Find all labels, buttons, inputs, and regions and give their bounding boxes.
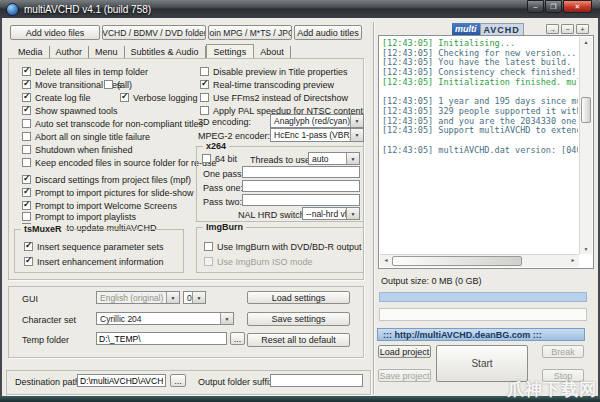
checkbox-box[interactable] [22,119,31,128]
add-video-files-button[interactable]: Add video files [10,25,100,40]
checkbox-box[interactable] [22,145,31,154]
log-small-button-1[interactable]: → [546,24,559,34]
checkbox-box[interactable] [120,93,129,102]
checkbox-create-log[interactable]: Create log file [22,92,91,103]
checkbox-label: Prompt to import pictures for slide-show [35,188,194,198]
checkbox-box[interactable] [22,132,31,141]
tab-menu[interactable]: Menu [89,46,125,58]
checkbox-box[interactable] [24,242,33,251]
title-bar[interactable]: multiAVCHD v4.1 (build 758) [0,0,600,18]
checkbox-box[interactable] [200,106,209,115]
destination-browse-button[interactable]: ... [170,374,186,387]
minimize-button[interactable]: – [527,0,544,13]
chevron-down-icon[interactable]: ▼ [350,115,363,127]
tab-subtitles-audio[interactable]: Subtitles & Audio [125,46,206,58]
checkbox-box[interactable] [22,106,31,115]
chevron-down-icon[interactable]: ▼ [192,292,205,303]
checkbox-show-spawned-tools[interactable]: Show spawned tools [22,105,118,116]
checkbox-box[interactable] [200,93,209,102]
checkbox-box[interactable] [204,242,213,251]
checkbox-keep-encoded-files[interactable]: Keep encoded files in source folder for … [22,157,217,168]
chevron-down-icon[interactable]: ▼ [346,153,359,164]
multiavchd-window: multiAVCHD v4.1 (build 758) – ❐ ✕ Add vi… [0,0,600,402]
nal-hrd-select[interactable]: --nal-hrd vbr▼ [302,207,360,220]
pass-one-input[interactable] [242,180,360,192]
start-button[interactable]: Start [436,345,528,382]
destination-path-input[interactable] [77,374,166,387]
scroll-up-icon[interactable]: ▲ [580,37,592,47]
character-set-label: Character set [22,315,76,325]
log-horizontal-scrollbar[interactable]: ◄ ► [380,254,579,267]
output-suffix-input[interactable] [270,374,363,387]
join-mpg-mts-jpg-button[interactable]: Join MPG / M*TS / JPG [208,25,292,40]
checkbox-auto-transcode[interactable]: Auto set transcode for non-compliant tit… [22,118,203,129]
scroll-left-icon[interactable]: ◄ [380,255,392,265]
pass-two-input[interactable] [242,194,360,206]
checkbox-box[interactable] [22,212,31,221]
checkbox-box[interactable] [22,188,31,197]
checkbox-use-ffms2[interactable]: Use FFms2 instead of Directshow [200,92,348,103]
chevron-down-icon[interactable]: ▼ [346,208,359,219]
checkbox-box[interactable] [200,67,209,76]
temp-folder-browse-button[interactable]: ... [230,332,245,345]
checkbox-box[interactable] [200,80,209,89]
tab-media[interactable]: Media [12,46,50,58]
checkbox-box[interactable] [22,175,31,184]
tab-settings[interactable]: Settings [206,44,255,59]
mpeg2-encoder-value: HcEnc 1-pass (VBR) [271,129,350,141]
threads-select[interactable]: auto▼ [308,152,360,165]
load-project-button[interactable]: Load project [378,345,431,358]
checkbox-box[interactable] [24,257,33,266]
log-output[interactable]: [12:43:05] Initialising... [12:43:05] Ch… [378,35,594,269]
checkbox-label: Abort all on single title failure [35,132,150,142]
one-pass-input[interactable] [242,166,360,178]
log-small-button-3[interactable]: + [576,24,589,34]
gui-index-select[interactable]: 0▼ [183,291,206,304]
checkbox-box[interactable] [202,154,211,163]
checkbox-insert-sei[interactable]: Insert enhancement information [24,256,164,267]
checkbox-disable-preview[interactable]: Disable preview in Title properties [200,66,348,77]
checkbox-x264-64bit[interactable]: 64 bit [202,153,237,164]
log-small-button-2[interactable]: − [561,24,574,34]
load-settings-button[interactable]: Load settings [247,291,350,304]
checkbox-box[interactable] [104,80,113,89]
checkbox-imgburn-output[interactable]: Use ImgBurn with DVD/BD-R output [204,241,362,252]
checkbox-prompt-welcome-screens[interactable]: Prompt to import Welcome Screens [22,200,177,211]
checkbox-box[interactable] [22,67,31,76]
save-settings-button[interactable]: Save settings [247,312,350,326]
scroll-down-icon[interactable]: ▼ [580,244,592,254]
chevron-down-icon[interactable]: ▼ [220,313,233,324]
character-set-select[interactable]: Cyrillic 204▼ [96,312,234,325]
tab-strip: Media Author Menu Subtitles & Audio Sett… [12,43,291,58]
log-vertical-scrollbar[interactable]: ▲ ▼ [579,37,592,254]
chevron-down-icon[interactable]: ▼ [350,129,363,141]
checkbox-prompt-pictures[interactable]: Prompt to import pictures for slide-show [22,187,194,198]
checkbox-box[interactable] [22,201,31,210]
maximize-button[interactable]: ❐ [545,0,562,13]
mpeg2-encoder-select[interactable]: HcEnc 1-pass (VBR)▼ [270,128,364,142]
checkbox-verbose-logging[interactable]: Verbose logging [120,92,198,103]
checkbox-abort-on-failure[interactable]: Abort all on single title failure [22,131,150,142]
checkbox-realtime-preview[interactable]: Real-time transcoding preview [200,79,334,90]
website-link-bar[interactable]: ::: http://multiAVCHD.deanBG.com ::: [377,328,585,341]
checkbox-prompt-playlists[interactable]: Prompt to import playlists [22,211,136,222]
avchd-bdmv-dvd-folders-button[interactable]: AVCHD / BDMV / DVD folders [102,25,206,40]
checkbox-shutdown-when-finished[interactable]: Shutdown when finished [22,144,133,155]
vertical-scroll-thumb[interactable] [581,97,591,123]
3d-encoding-select[interactable]: Anaglyph (red/cyan)▼ [270,114,364,128]
checkbox-box[interactable] [22,80,31,89]
horizontal-scroll-thumb[interactable] [392,256,522,266]
temp-folder-input[interactable] [96,332,227,345]
checkbox-delete-temp-files[interactable]: Delete all files in temp folder [22,66,148,77]
checkbox-box[interactable] [22,93,31,102]
checkbox-move-all[interactable]: (all) [104,79,132,90]
add-audio-titles-button[interactable]: Add audio titles [294,25,362,40]
scroll-right-icon[interactable]: ► [567,255,579,265]
close-button[interactable]: ✕ [563,0,592,13]
checkbox-insert-sps[interactable]: Insert sequence parameter sets [24,241,164,252]
tab-about[interactable]: About [254,46,291,58]
checkbox-box[interactable] [22,158,31,167]
checkbox-discard-project-settings[interactable]: Discard settings from project files (mpf… [22,174,191,185]
reset-settings-button[interactable]: Reset all to default [247,333,350,347]
tab-author[interactable]: Author [50,46,90,58]
